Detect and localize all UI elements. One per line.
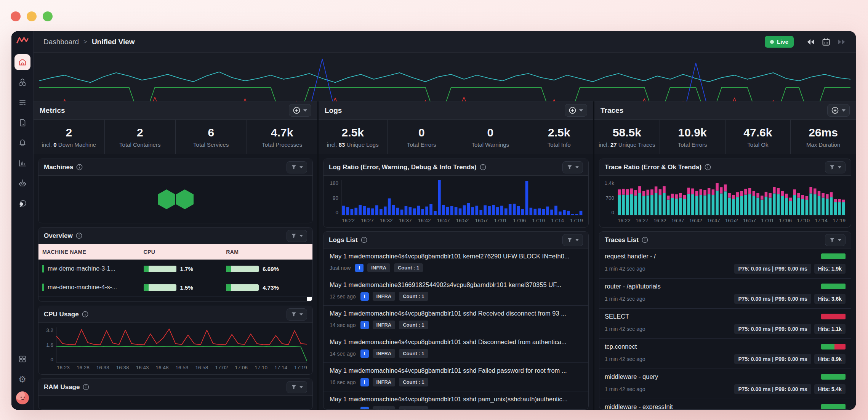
filter-icon [291, 233, 297, 239]
log-source-badge: INFRA [373, 349, 396, 358]
log-ratio-chart[interactable] [341, 180, 583, 215]
sidebar-item-support[interactable] [14, 196, 30, 212]
log-ratio-filter-button[interactable] [562, 161, 583, 173]
log-entry[interactable]: May 1 mwdemomachine4s4vcpu8gbamdblr101 s… [323, 306, 588, 334]
info-icon[interactable] [82, 311, 88, 317]
logs-add-widget-button[interactable] [565, 104, 587, 117]
log-level-badge: I [360, 349, 369, 358]
log-entry[interactable]: May 1 mwdemomachine4s4vcpu8gbamdblr101 s… [323, 391, 588, 410]
info-icon[interactable] [76, 164, 83, 170]
forward-button[interactable] [837, 38, 846, 46]
sidebar-item-logs[interactable] [14, 95, 30, 111]
traces-list-filter-button[interactable] [825, 234, 846, 246]
trace-entry[interactable]: middleware - query 1 min 42 sec ago P75:… [599, 369, 851, 399]
traces-title: Traces [601, 106, 623, 115]
trace-hits-badge: Hits: 1.1k [814, 324, 846, 334]
chevron-down-icon [299, 313, 303, 316]
overview-h-scrollbar[interactable] [38, 297, 312, 301]
trace-entry[interactable]: router - /api/tutorials 1 min 42 sec ago… [599, 279, 851, 309]
column-header-ram[interactable]: RAM [226, 249, 309, 255]
info-icon[interactable] [83, 384, 89, 390]
trace-latency-badge: P75: 0.00 ms | P99: 0.00 ms [734, 384, 811, 394]
sidebar-item-documents[interactable] [14, 115, 30, 131]
trace-ratio-filter-button[interactable] [825, 161, 846, 173]
machines-hexmap[interactable] [38, 176, 312, 223]
info-icon[interactable] [480, 164, 486, 170]
info-icon[interactable] [76, 232, 82, 239]
stat-label: Total Warnings [471, 141, 509, 148]
chevron-down-icon [575, 166, 579, 168]
trace-entry[interactable]: SELECT 1 min 42 sec ago P75: 0.00 ms | P… [599, 309, 851, 339]
info-icon[interactable] [642, 237, 648, 243]
trace-entry[interactable]: tcp.connect 1 min 42 sec ago P75: 0.00 m… [599, 339, 851, 369]
log-level-badge: I [360, 292, 369, 301]
stat-label: incl. 27 Unique Traces [599, 141, 655, 148]
rewind-icon [806, 38, 815, 46]
filter-icon [567, 237, 573, 243]
sidebar-item-apps[interactable] [14, 351, 30, 367]
log-time: 14 sec ago [330, 322, 356, 328]
zoom-button[interactable] [43, 11, 53, 21]
sidebar-item-alerts[interactable] [14, 135, 30, 151]
middleware-logo-icon[interactable] [16, 36, 29, 46]
trace-entry[interactable]: request handler - / 1 min 42 sec ago P75… [599, 248, 851, 279]
sidebar: ⚙ [11, 31, 34, 410]
window-controls [11, 11, 53, 21]
sidebar-item-settings[interactable]: ⚙ [14, 371, 30, 387]
machines-panel-title: Machines [44, 164, 73, 171]
column-header-machine-name[interactable]: MACHINE NAME [42, 249, 144, 255]
cpu-usage-filter-button[interactable] [287, 308, 307, 321]
logs-list-filter-button[interactable] [562, 234, 583, 246]
calendar-button[interactable] [822, 37, 831, 46]
log-ratio-panel-title: Log Ratio (Error, Warning, Debug & Info … [329, 164, 477, 171]
info-icon[interactable] [705, 164, 711, 170]
document-icon [18, 118, 27, 127]
live-button[interactable]: Live [765, 36, 794, 48]
stat-value: 26ms [809, 126, 838, 139]
log-entry[interactable]: May 1 mwdemomachine4s4vcpu8gbamdblr101 s… [323, 363, 588, 391]
stat-value: 58.5k [613, 126, 641, 139]
log-message: May 1 mwdemomachine31669182544902s4vcpu8… [330, 281, 582, 289]
metrics-add-widget-button[interactable] [289, 104, 311, 117]
cpu-percent: 1.5% [180, 284, 193, 291]
ram-usage-filter-button[interactable] [287, 381, 307, 393]
log-time: 14 sec ago [330, 351, 356, 357]
trace-entry[interactable]: middleware - expressInit 1 min 42 sec ag… [599, 399, 851, 410]
breadcrumb-parent[interactable]: Dashboard [43, 38, 79, 46]
log-entry[interactable]: May 1 mwdemomachine4s4vcpu8gbamdblr101 s… [323, 334, 588, 363]
sidebar-item-infrastructure[interactable] [14, 74, 30, 90]
machines-filter-button[interactable] [287, 161, 307, 173]
cpu-usage-chart[interactable] [56, 327, 307, 362]
log-level-badge: I [360, 407, 369, 410]
machine-row[interactable]: mw-demo-machine-3-1... 1.7% 6.69% [38, 260, 312, 278]
sidebar-item-reports[interactable] [14, 155, 30, 171]
machine-row[interactable]: mw-demo-machine-4-s-... 1.5% 4.73% [38, 278, 312, 297]
scrollbar-handle[interactable] [307, 297, 312, 301]
sidebar-item-home[interactable] [14, 54, 30, 70]
rewind-button[interactable] [806, 38, 815, 46]
user-avatar[interactable] [16, 391, 29, 404]
stat-item: 47.6k Total Ok [725, 120, 791, 154]
trace-name: middleware - query [605, 373, 658, 380]
unified-timeline[interactable]: 17:20 PM18:55 PM20:30 PM22:05 PM23:40 PM… [34, 53, 856, 101]
topbar: Dashboard > Unified View Live [34, 31, 856, 53]
column-header-cpu[interactable]: CPU [144, 249, 226, 255]
minimize-button[interactable] [27, 11, 37, 21]
app-window: ⚙ Dashboard > Unified View Live [11, 31, 856, 410]
machine-name: mw-demo-machine-4-s-... [48, 284, 117, 291]
trace-ratio-panel: Trace Ratio (Error & Ok Trends) 1.4k7000 [599, 159, 851, 228]
live-label: Live [777, 38, 788, 45]
breadcrumb-separator: > [83, 38, 87, 46]
overview-panel: Overview MACHINE NAME CPU [38, 227, 313, 302]
close-button[interactable] [11, 11, 21, 21]
overview-filter-button[interactable] [287, 230, 307, 242]
log-entry[interactable]: May 1 mwdemomachine31669182544902s4vcpu8… [323, 277, 588, 306]
trace-ratio-chart[interactable] [617, 180, 846, 215]
sidebar-item-assistant[interactable] [14, 175, 30, 191]
trace-latency-badge: P75: 0.00 ms | P99: 0.00 ms [734, 354, 811, 364]
log-entry[interactable]: May 1 mwdemomachine4s4vcpu8gbamdblr101 k… [323, 248, 588, 277]
ram-usage-panel-title: RAM Usage [44, 383, 80, 391]
info-icon[interactable] [361, 237, 367, 243]
log-ratio-x-ticks: 16:2216:2716:3216:3716:4216:4716:5216:57… [323, 215, 588, 227]
traces-add-widget-button[interactable] [827, 104, 850, 117]
